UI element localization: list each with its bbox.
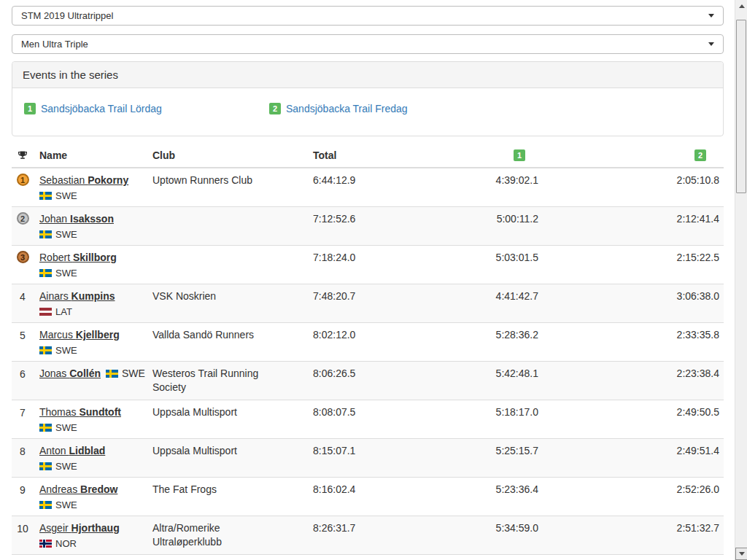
country-code: SWE	[55, 422, 77, 433]
total-time: 7:18:24.0	[307, 246, 417, 284]
athlete-name: Asgeir Hjorthaug	[39, 521, 141, 535]
event2-time: 2:23:38.4	[543, 362, 724, 400]
athlete-name-link[interactable]: Anton Lidblad	[39, 444, 105, 458]
event2-time: 2:33:35.8	[543, 323, 724, 361]
athlete-name-link[interactable]: Marcus Kjellberg	[39, 328, 120, 342]
athlete-name: Thomas Sundtoft	[39, 405, 141, 419]
flag-swe-icon	[39, 462, 52, 470]
athlete-name-link[interactable]: Asgeir Hjorthaug	[39, 521, 120, 535]
flag-swe-icon	[39, 269, 52, 277]
flag-swe-icon	[39, 346, 52, 354]
results-table-header: Name Club Total 1 2	[12, 144, 724, 168]
event1-time: 5:18:17.0	[417, 400, 543, 438]
table-row: 9Andreas BredowSWEThe Fat Frogs8:16:02.4…	[12, 478, 724, 516]
athlete-country: SWE	[39, 499, 141, 510]
total-time: 7:48:20.7	[307, 284, 417, 322]
flag-lat-icon	[39, 308, 52, 316]
rank-cell: 7	[12, 400, 34, 438]
total-time: 7:12:52.6	[307, 207, 417, 245]
event2-time: 2:49:50.5	[543, 400, 724, 438]
rank-cell: 6	[12, 362, 34, 400]
scroll-down-button[interactable]	[735, 548, 747, 560]
event1-time: 5:00:11.2	[417, 207, 543, 245]
event1-column-header: 1	[417, 144, 543, 167]
athlete-name-link[interactable]: Andreas Bredow	[39, 483, 117, 497]
rank-cell: 11	[12, 555, 34, 560]
event2-time: 2:34:34.7	[543, 555, 724, 560]
total-time: 8:15:07.1	[307, 439, 417, 477]
rank-cell: 8	[12, 439, 34, 477]
name-cell: Anton LidbladSWE	[34, 439, 147, 477]
rank-cell: 4	[12, 284, 34, 322]
athlete-name-link[interactable]: Robert Skillborg	[39, 251, 117, 265]
athlete-name-link[interactable]: Johan Isaksson	[39, 212, 114, 226]
country-code: SWE	[122, 367, 145, 381]
event1-header-badge: 1	[514, 149, 525, 161]
club-cell: The Fat Frogs	[147, 478, 307, 516]
event1-time: 5:25:15.7	[417, 439, 543, 477]
event1-time: 4:41:42.7	[417, 284, 543, 322]
event1-time: 5:53:10.6	[417, 555, 543, 560]
country-code: NOR	[55, 538, 77, 549]
name-cell: Robert SkillborgSWE	[34, 246, 147, 284]
chevron-down-icon	[708, 42, 714, 46]
name-cell: Andreas BredowSWE	[34, 478, 147, 516]
name-cell: Jonas CollénSWE	[34, 362, 147, 400]
total-column-header: Total	[307, 144, 417, 167]
rank-medal-bronze: 3	[17, 251, 29, 263]
athlete-name-link[interactable]: Sebastian Pokorny	[39, 174, 128, 187]
club-cell	[147, 207, 307, 245]
flag-swe-icon	[39, 192, 52, 200]
events-panel-title: Events in the series	[12, 62, 723, 88]
category-select[interactable]: Men Ultra Triple	[12, 34, 724, 54]
event2-header-badge: 2	[694, 149, 706, 161]
name-cell: Asgeir HjorthaugNOR	[34, 516, 147, 554]
event1-time: 4:39:02.1	[417, 168, 543, 206]
chevron-down-icon	[708, 14, 714, 18]
flag-swe-icon	[39, 424, 52, 432]
event2-time: 2:52:26.0	[543, 478, 724, 516]
athlete-name: Anton Lidblad	[39, 444, 141, 458]
event2-column-header: 2	[543, 144, 724, 167]
name-cell: Sebastian PokornySWE	[34, 168, 147, 206]
athlete-country: NOR	[39, 538, 141, 549]
rank-column-header	[12, 144, 34, 167]
event1-time: 5:34:59.0	[417, 516, 543, 554]
event1-time: 5:42:48.1	[417, 362, 543, 400]
country-code: SWE	[55, 268, 77, 279]
total-time: 8:08:07.5	[307, 400, 417, 438]
total-time: 8:06:26.5	[307, 362, 417, 400]
country-code: SWE	[55, 499, 77, 510]
table-row: 3Robert SkillborgSWE7:18:24.05:03:01.52:…	[12, 246, 724, 284]
scrollbar[interactable]	[735, 0, 747, 560]
event-link[interactable]: Sandsjöbacka Trail Lördag	[41, 103, 162, 114]
rank-cell: 10	[12, 516, 34, 554]
athlete-name-link[interactable]: Jonas Collén	[39, 367, 101, 381]
country-code: SWE	[55, 461, 77, 472]
club-column-header: Club	[147, 144, 307, 167]
table-row: 8Anton LidbladSWEUppsala Multisport8:15:…	[12, 439, 724, 478]
name-cell: Johan IsakssonSWE	[34, 207, 147, 245]
event2-time: 2:12:41.4	[543, 207, 724, 245]
series-select[interactable]: STM 2019 Ultratrippel	[12, 6, 724, 26]
scroll-thumb[interactable]	[736, 20, 746, 193]
table-row: 1Sebastian PokornySWEUptown Runners Club…	[12, 168, 724, 207]
country-code: SWE	[55, 229, 77, 240]
event1-time: 5:03:01.5	[417, 246, 543, 284]
athlete-name-link[interactable]: Ainars Kumpins	[39, 289, 115, 303]
athlete-name-link[interactable]: Thomas Sundtoft	[39, 405, 121, 419]
event-link[interactable]: Sandsjöbacka Trail Fredag	[286, 103, 408, 114]
athlete-name: Andreas Bredow	[39, 483, 141, 497]
athlete-country: SWE	[39, 461, 141, 472]
scroll-up-button[interactable]	[735, 0, 747, 12]
name-cell: Stefan Fastesson	[34, 555, 147, 560]
flag-nor-icon	[39, 540, 52, 548]
event-item: 1 Sandsjöbacka Trail Lördag	[24, 103, 269, 114]
athlete-name: Marcus Kjellberg	[39, 328, 141, 342]
country-code: LAT	[55, 306, 72, 317]
rank-cell: 5	[12, 323, 34, 361]
club-cell: Altra/Romerike Ultraløperklubb	[147, 516, 307, 554]
trophy-icon	[18, 150, 28, 161]
arrow-down-icon	[739, 552, 745, 556]
club-cell: Westeros Trail Running Society	[147, 362, 307, 400]
